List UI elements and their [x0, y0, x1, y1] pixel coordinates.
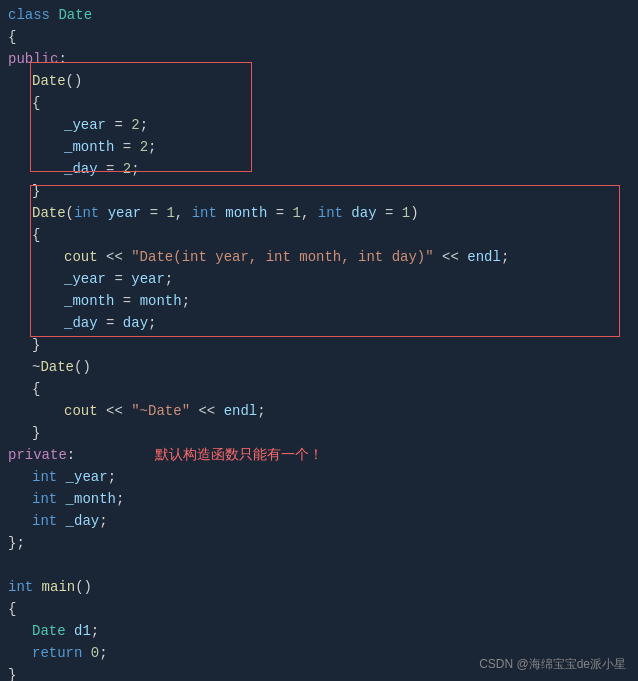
eq1: =: [141, 202, 166, 224]
semi11: ;: [99, 510, 107, 532]
code-line-18: {: [0, 378, 638, 400]
endl2: endl: [224, 400, 258, 422]
code-line-12: cout << "Date(int year, int month, int d…: [0, 246, 638, 268]
fn-main: main: [42, 576, 76, 598]
eq4: =: [106, 268, 131, 290]
param-year: year: [108, 202, 142, 224]
kw-int3: int: [318, 202, 352, 224]
code-line-25: };: [0, 532, 638, 554]
code-line-11: {: [0, 224, 638, 246]
eq5: =: [114, 290, 139, 312]
code-line-13: _year = year;: [0, 268, 638, 290]
semi4: ;: [501, 246, 509, 268]
kw-int4: int: [32, 466, 66, 488]
code-line-2: {: [0, 26, 638, 48]
parens2: (): [74, 356, 91, 378]
semi6: ;: [182, 290, 190, 312]
fn-date-param: Date: [32, 202, 66, 224]
member-month: _month: [66, 488, 116, 510]
brace-main-close: }: [8, 664, 16, 681]
eq6: =: [98, 312, 123, 334]
var-month: _month: [64, 136, 114, 158]
op-eq: =: [106, 114, 131, 136]
num-2b: 2: [140, 136, 148, 158]
watermark: CSDN @海绵宝宝de派小星: [479, 656, 626, 673]
code-line-28: {: [0, 598, 638, 620]
brace-open-2: {: [32, 92, 40, 114]
code-line-5: {: [0, 92, 638, 114]
tilde: ~: [32, 356, 40, 378]
kw-int-main: int: [8, 576, 42, 598]
brace-main-open: {: [8, 598, 16, 620]
semi: ;: [140, 114, 148, 136]
endl1: endl: [467, 246, 501, 268]
num-1c: 1: [402, 202, 410, 224]
semi9: ;: [108, 466, 116, 488]
cout-fn: cout: [64, 246, 98, 268]
var-day2: _day: [64, 312, 98, 334]
stream-op2: <<: [434, 246, 468, 268]
semi10: ;: [116, 488, 124, 510]
num-1b: 1: [293, 202, 301, 224]
cout-fn2: cout: [64, 400, 98, 422]
eq2: =: [267, 202, 292, 224]
param-month: month: [225, 202, 267, 224]
kw-int1: int: [74, 202, 108, 224]
comma2: ,: [301, 202, 318, 224]
param-day: day: [351, 202, 376, 224]
brace-open: {: [8, 26, 16, 48]
paren-open: (: [66, 202, 74, 224]
var-d1: d1: [74, 620, 91, 642]
member-day: _day: [66, 510, 100, 532]
class-name: Date: [58, 4, 92, 26]
code-line-22: int _year;: [0, 466, 638, 488]
stream-op1: <<: [98, 246, 132, 268]
brace-close-3: }: [32, 334, 40, 356]
code-line-19: cout << "~Date" << endl;: [0, 400, 638, 422]
brace-open-3: {: [32, 224, 40, 246]
string-tilde: "~Date": [131, 400, 190, 422]
code-line-23: int _month;: [0, 488, 638, 510]
semi2: ;: [148, 136, 156, 158]
val-month: month: [140, 290, 182, 312]
code-line-10: Date(int year = 1, int month = 1, int da…: [0, 202, 638, 224]
code-line-24: int _day;: [0, 510, 638, 532]
code-line-9: }: [0, 180, 638, 202]
fn-date-default: Date: [32, 70, 66, 92]
code-line-14: _month = month;: [0, 290, 638, 312]
parens3: (): [75, 576, 92, 598]
code-line-26: [0, 554, 638, 576]
kw-int5: int: [32, 488, 66, 510]
brace-semi: };: [8, 532, 25, 554]
parens: (): [66, 70, 83, 92]
code-line-29: Date d1;: [0, 620, 638, 642]
code-line-16: }: [0, 334, 638, 356]
var-day: _day: [64, 158, 98, 180]
colon2: :: [67, 444, 75, 466]
code-line-20: }: [0, 422, 638, 444]
kw-int2: int: [192, 202, 226, 224]
num-0: 0: [91, 642, 99, 664]
val-year: year: [131, 268, 165, 290]
keyword-class: class: [8, 4, 58, 26]
var-year: _year: [64, 114, 106, 136]
colon: :: [58, 48, 66, 70]
code-line-3: public:: [0, 48, 638, 70]
stream-op3: <<: [98, 400, 132, 422]
var-year2: _year: [64, 268, 106, 290]
eq3: =: [377, 202, 402, 224]
code-line-17: ~Date(): [0, 356, 638, 378]
semi12: ;: [91, 620, 99, 642]
semi8: ;: [257, 400, 265, 422]
semi3: ;: [131, 158, 139, 180]
comma1: ,: [175, 202, 192, 224]
code-line-8: _day = 2;: [0, 158, 638, 180]
code-line-21: private: 默认构造函数只能有一个！: [0, 444, 638, 466]
code-line-7: _month = 2;: [0, 136, 638, 158]
brace-close-4: }: [32, 422, 40, 444]
code-line-6: _year = 2;: [0, 114, 638, 136]
op-eq3: =: [98, 158, 123, 180]
paren-close: ): [410, 202, 418, 224]
code-line-27: int main(): [0, 576, 638, 598]
semi7: ;: [148, 312, 156, 334]
